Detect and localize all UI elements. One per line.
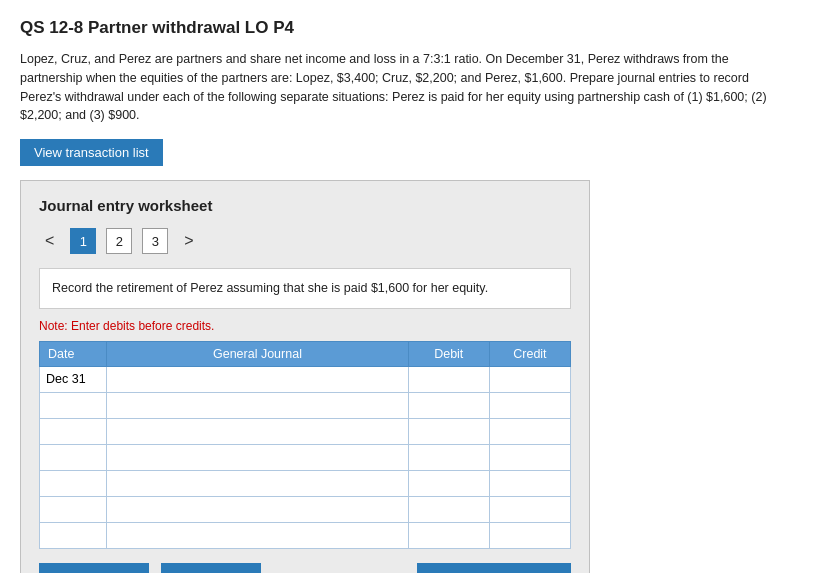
table-cell-credit-6[interactable] <box>489 522 570 548</box>
table-cell-journal-3[interactable] <box>107 444 408 470</box>
table-cell-date-6[interactable] <box>40 522 107 548</box>
table-row <box>40 418 571 444</box>
debit-input-0[interactable] <box>415 372 483 386</box>
table-row <box>40 522 571 548</box>
debit-input-1[interactable] <box>415 398 483 412</box>
record-entry-button[interactable]: Record entry <box>39 563 149 573</box>
table-row <box>40 366 571 392</box>
view-transactions-button[interactable]: View transaction list <box>20 139 163 166</box>
table-row <box>40 392 571 418</box>
debit-input-3[interactable] <box>415 450 483 464</box>
instruction-box: Record the retirement of Perez assuming … <box>39 268 571 309</box>
table-cell-journal-2[interactable] <box>107 418 408 444</box>
page-title: QS 12-8 Partner withdrawal LO P4 <box>20 18 806 38</box>
table-cell-debit-5[interactable] <box>408 496 489 522</box>
col-header-journal: General Journal <box>107 341 408 366</box>
journal-table: Date General Journal Debit Credit <box>39 341 571 549</box>
table-cell-credit-4[interactable] <box>489 470 570 496</box>
table-row <box>40 444 571 470</box>
journal-input-3[interactable] <box>113 450 401 464</box>
date-input-1[interactable] <box>46 398 100 412</box>
journal-input-0[interactable] <box>113 372 401 386</box>
date-input-2[interactable] <box>46 424 100 438</box>
page-2[interactable]: 2 <box>106 228 132 254</box>
table-cell-debit-4[interactable] <box>408 470 489 496</box>
table-cell-journal-5[interactable] <box>107 496 408 522</box>
journal-input-4[interactable] <box>113 476 401 490</box>
table-row <box>40 496 571 522</box>
table-cell-debit-2[interactable] <box>408 418 489 444</box>
action-buttons: Record entry Clear entry View general jo… <box>39 563 571 573</box>
table-cell-journal-4[interactable] <box>107 470 408 496</box>
journal-input-2[interactable] <box>113 424 401 438</box>
debit-input-6[interactable] <box>415 528 483 542</box>
credit-input-5[interactable] <box>496 502 564 516</box>
col-header-debit: Debit <box>408 341 489 366</box>
table-cell-date-1[interactable] <box>40 392 107 418</box>
journal-input-6[interactable] <box>113 528 401 542</box>
credit-input-4[interactable] <box>496 476 564 490</box>
table-row <box>40 470 571 496</box>
page-3[interactable]: 3 <box>142 228 168 254</box>
debit-input-4[interactable] <box>415 476 483 490</box>
debit-input-5[interactable] <box>415 502 483 516</box>
note-text: Note: Enter debits before credits. <box>39 319 571 333</box>
table-cell-date-2[interactable] <box>40 418 107 444</box>
table-cell-debit-3[interactable] <box>408 444 489 470</box>
credit-input-0[interactable] <box>496 372 564 386</box>
date-input-5[interactable] <box>46 502 100 516</box>
table-cell-credit-5[interactable] <box>489 496 570 522</box>
table-cell-date-3[interactable] <box>40 444 107 470</box>
table-cell-date-4[interactable] <box>40 470 107 496</box>
table-cell-credit-2[interactable] <box>489 418 570 444</box>
date-input-4[interactable] <box>46 476 100 490</box>
col-header-credit: Credit <box>489 341 570 366</box>
clear-entry-button[interactable]: Clear entry <box>161 563 261 573</box>
debit-input-2[interactable] <box>415 424 483 438</box>
col-header-date: Date <box>40 341 107 366</box>
table-cell-debit-1[interactable] <box>408 392 489 418</box>
page-1[interactable]: 1 <box>70 228 96 254</box>
journal-input-5[interactable] <box>113 502 401 516</box>
table-cell-credit-3[interactable] <box>489 444 570 470</box>
worksheet-title: Journal entry worksheet <box>39 197 571 214</box>
table-cell-credit-1[interactable] <box>489 392 570 418</box>
credit-input-2[interactable] <box>496 424 564 438</box>
table-cell-journal-6[interactable] <box>107 522 408 548</box>
date-input-6[interactable] <box>46 528 100 542</box>
date-input-3[interactable] <box>46 450 100 464</box>
next-page-button[interactable]: > <box>178 230 199 252</box>
worksheet-container: Journal entry worksheet < 1 2 3 > Record… <box>20 180 590 573</box>
journal-input-1[interactable] <box>113 398 401 412</box>
table-cell-credit-0[interactable] <box>489 366 570 392</box>
table-cell-date-0[interactable] <box>40 366 107 392</box>
description: Lopez, Cruz, and Perez are partners and … <box>20 50 770 125</box>
prev-page-button[interactable]: < <box>39 230 60 252</box>
date-input-0[interactable] <box>46 372 100 386</box>
pagination: < 1 2 3 > <box>39 228 571 254</box>
table-cell-date-5[interactable] <box>40 496 107 522</box>
credit-input-6[interactable] <box>496 528 564 542</box>
table-cell-debit-0[interactable] <box>408 366 489 392</box>
credit-input-1[interactable] <box>496 398 564 412</box>
view-general-journal-button[interactable]: View general journal <box>417 563 571 573</box>
table-cell-journal-1[interactable] <box>107 392 408 418</box>
table-cell-journal-0[interactable] <box>107 366 408 392</box>
credit-input-3[interactable] <box>496 450 564 464</box>
table-cell-debit-6[interactable] <box>408 522 489 548</box>
